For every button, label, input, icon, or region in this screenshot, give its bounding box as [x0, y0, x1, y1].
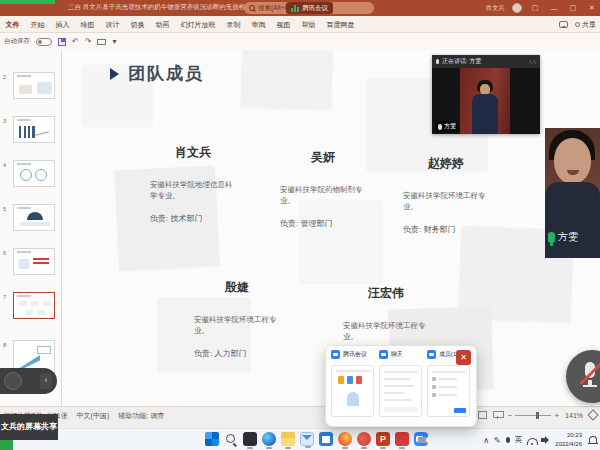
minimize-button[interactable]: — — [548, 5, 560, 12]
mic-icon — [438, 124, 442, 130]
firefox-icon[interactable] — [338, 432, 352, 446]
meeting-video-thumbnail[interactable]: 正在讲话: 方雯 ∧∧ 方雯 — [432, 55, 540, 134]
thumbnail-preview[interactable] — [13, 72, 55, 99]
save-icon[interactable] — [58, 38, 66, 46]
meeting-window-preview[interactable] — [331, 365, 374, 417]
pen-icon[interactable]: ✎ — [494, 436, 501, 445]
member-desc: 安徽科技学院环境工程专业。 — [343, 320, 429, 343]
close-preview-button[interactable]: ✕ — [456, 350, 471, 365]
wps-icon[interactable] — [395, 432, 409, 446]
tab-design[interactable]: 设计 — [100, 16, 125, 33]
close-button[interactable]: ✕ — [586, 4, 598, 12]
collapse-chevrons-icon[interactable]: ∧∧ — [528, 58, 536, 66]
tab-baidu-netdisk[interactable]: 百度网盘 — [321, 16, 360, 33]
slideshow-from-start-icon[interactable] — [97, 39, 106, 45]
tab-draw[interactable]: 绘图 — [75, 16, 100, 33]
chat-window-preview[interactable] — [379, 365, 422, 417]
notification-bell-icon[interactable] — [589, 436, 597, 444]
member-card-3[interactable]: 赵婷婷 安徽科技学院环境工程专业。 负责: 财务部门 — [403, 155, 489, 235]
windows-taskbar: P ∧ ✎ 英 20:23 2022/4/26 — [0, 428, 600, 450]
zoom-slider-handle[interactable] — [536, 412, 539, 419]
window-title: 三自 肖文兵基于高光谱技术的奶牛物质营养状况诊断的无损检测系统 - — [68, 3, 248, 12]
qat-customize-dropdown-icon[interactable]: ▾ — [112, 33, 116, 50]
restore-button[interactable]: ▢ — [567, 4, 579, 12]
wifi-icon[interactable] — [527, 436, 536, 445]
volume-icon[interactable] — [541, 436, 550, 445]
reading-view-button[interactable] — [478, 411, 487, 419]
dark-app-icon[interactable] — [243, 432, 257, 446]
member-card-4[interactable]: 殷婕 安徽科技学院环境工程专业。 负责: 人力部门 — [194, 279, 280, 359]
start-button[interactable] — [205, 432, 219, 446]
tab-record[interactable]: 录制 — [221, 16, 246, 33]
share-button-label: 共享 — [582, 20, 596, 30]
speaker-name: 方雯 — [444, 122, 456, 131]
speaker-video: 方雯 — [432, 68, 540, 134]
tab-transitions[interactable]: 切换 — [125, 16, 150, 33]
member-name: 殷婕 — [194, 279, 280, 296]
participant-torso — [545, 182, 600, 258]
tab-help[interactable]: 帮助 — [296, 16, 321, 33]
comments-icon[interactable] — [559, 21, 568, 28]
thumbnail-preview[interactable] — [13, 248, 55, 275]
language-indicator[interactable]: 中文(中国) — [77, 411, 110, 421]
tencent-meeting-icon[interactable] — [414, 432, 428, 446]
side-video-panel[interactable]: 方雯 — [545, 128, 600, 258]
members-app-icon — [427, 350, 436, 359]
tab-home[interactable]: 开始 — [25, 16, 50, 33]
tab-slideshow[interactable]: 幻灯片放映 — [175, 16, 221, 33]
thumbnail-preview[interactable] — [13, 204, 55, 231]
zoom-in-icon[interactable]: + — [554, 411, 559, 420]
autosave-toggle[interactable] — [36, 38, 52, 46]
tray-mic-icon[interactable] — [506, 437, 510, 443]
tab-animations[interactable]: 动画 — [150, 16, 175, 33]
accessibility-status[interactable]: 辅助功能: 调查 — [118, 411, 164, 421]
file-explorer-icon[interactable] — [281, 432, 295, 446]
fit-to-window-icon[interactable] — [587, 409, 598, 420]
thumbnail-number: 8 — [3, 342, 6, 348]
tray-expand-chevron-icon[interactable]: ∧ — [483, 436, 489, 445]
share-button[interactable]: 共享 — [575, 20, 596, 30]
thumbnail-preview-selected[interactable] — [13, 292, 55, 319]
zoom-level[interactable]: 141% — [565, 412, 583, 419]
slideshow-view-button[interactable] — [493, 411, 502, 419]
member-desc: 安徽科技学院环境工程专业。 — [194, 314, 280, 337]
thumbnail-number: 7 — [3, 294, 6, 300]
member-desc: 安徽科技学院药物制剂专业。 — [280, 184, 366, 207]
members-window-preview[interactable] — [427, 365, 470, 417]
preview-window-meeting[interactable]: 腾讯会议 — [331, 350, 375, 359]
zoom-out-icon[interactable]: − — [508, 411, 513, 420]
account-name[interactable]: 肖文兵 — [486, 4, 506, 13]
taskbar-search-icon[interactable] — [224, 432, 238, 446]
account-avatar[interactable] — [512, 3, 522, 13]
collapse-left-icon[interactable]: ‹ — [40, 373, 52, 389]
store-icon[interactable] — [319, 432, 333, 446]
tab-review[interactable]: 审阅 — [246, 16, 271, 33]
redo-icon[interactable]: ↷ — [85, 33, 92, 50]
mail-icon[interactable] — [300, 432, 314, 446]
preview-window-chat[interactable]: 聊天 — [379, 350, 423, 359]
powerpoint-icon[interactable]: P — [376, 432, 390, 446]
member-role: 负责: 管理部门 — [280, 218, 366, 229]
red-app-icon[interactable] — [357, 432, 371, 446]
member-role: 负责: 财务部门 — [403, 224, 489, 235]
taskbar-clock[interactable]: 20:23 2022/4/26 — [555, 431, 582, 449]
preview-label: 腾讯会议 — [343, 350, 367, 359]
member-card-2[interactable]: 吴妍 安徽科技学院药物制剂专业。 负责: 管理部门 — [280, 149, 366, 229]
tab-view[interactable]: 视图 — [271, 16, 296, 33]
thumbnail-preview[interactable] — [13, 116, 55, 143]
undo-icon[interactable]: ↶ — [72, 33, 79, 50]
input-language-indicator[interactable]: 英 — [515, 435, 523, 445]
slide-title-box[interactable]: 团队成员 — [110, 62, 204, 85]
member-card-1[interactable]: 肖文兵 安徽科技学院地理信息科学专业。 负责: 技术部门 — [150, 144, 236, 224]
meeting-thumb-header: 正在讲话: 方雯 ∧∧ — [432, 55, 540, 68]
thumbnail-preview[interactable] — [13, 160, 55, 187]
meeting-floating-badge[interactable]: 腾讯会议 — [286, 2, 333, 14]
ribbon-display-options-icon[interactable]: ▢ — [529, 4, 541, 12]
tab-file[interactable]: 文件 — [0, 16, 25, 33]
meeting-floating-pill[interactable]: ‹ — [0, 368, 57, 394]
edge-icon[interactable] — [262, 432, 276, 446]
member-desc: 安徽科技学院地理信息科学专业。 — [150, 179, 236, 202]
tab-insert[interactable]: 插入 — [50, 16, 75, 33]
zoom-slider[interactable]: − + — [508, 411, 559, 420]
member-card-5[interactable]: 汪宏伟 安徽科技学院环境工程专业。 — [343, 285, 429, 354]
